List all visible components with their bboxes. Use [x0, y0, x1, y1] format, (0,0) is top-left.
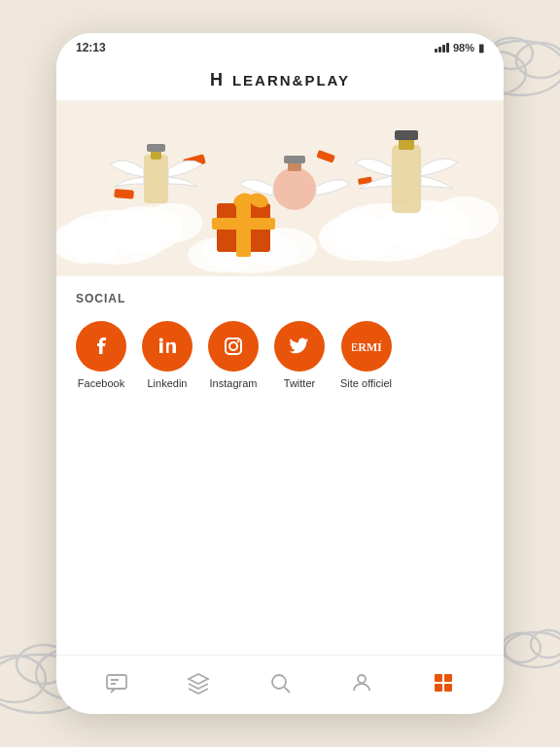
logo-text: LEARN&PLAY	[232, 72, 350, 89]
svg-point-2	[516, 43, 560, 78]
svg-rect-48	[107, 675, 126, 689]
svg-rect-54	[435, 674, 442, 682]
svg-point-36	[273, 167, 316, 210]
search-icon	[268, 671, 292, 694]
svg-rect-27	[114, 189, 134, 199]
svg-point-16	[144, 203, 202, 242]
svg-rect-39	[392, 145, 421, 213]
twitter-icon	[287, 334, 312, 359]
hero-area	[56, 101, 504, 276]
time-display: 12:13	[76, 41, 106, 54]
svg-text:HERMÈS: HERMÈS	[352, 340, 381, 354]
hero-illustration	[56, 101, 504, 276]
tablet-frame: 12:13 98% ▮ H LEARN&PLAY	[56, 33, 504, 714]
svg-rect-55	[444, 674, 452, 682]
social-item-facebook[interactable]: Facebook	[76, 321, 126, 389]
social-icons-row: Facebook Linkedin	[76, 321, 484, 389]
profile-icon	[350, 671, 373, 694]
svg-rect-42	[159, 342, 163, 353]
hermes-icon: HERMÈS	[352, 332, 381, 361]
linkedin-icon	[155, 334, 180, 359]
svg-point-43	[159, 338, 163, 342]
signal-bar-4	[446, 43, 449, 53]
svg-point-10	[502, 633, 541, 662]
svg-rect-30	[212, 218, 275, 230]
instagram-label: Instagram	[210, 377, 258, 389]
battery-icon: ▮	[478, 42, 484, 54]
instagram-icon	[221, 334, 246, 359]
battery-percent: 98%	[453, 42, 474, 53]
logo-h: H	[210, 70, 225, 90]
svg-rect-35	[147, 144, 165, 152]
linkedin-label: Linkedin	[148, 377, 188, 389]
social-label: SOCIAL	[76, 292, 484, 305]
svg-point-53	[358, 675, 366, 683]
status-bar: 12:13 98% ▮	[56, 33, 504, 58]
signal-bars	[435, 43, 449, 53]
signal-bar-2	[438, 47, 441, 53]
nav-courses[interactable]	[179, 665, 218, 700]
svg-point-9	[505, 632, 560, 667]
screen: H LEARN&PLAY	[56, 58, 504, 655]
hermes-circle: HERMÈS	[341, 321, 392, 372]
svg-point-51	[272, 675, 286, 689]
svg-point-45	[229, 342, 237, 350]
hermes-label: Site officiel	[340, 377, 392, 389]
bottom-nav	[56, 655, 504, 714]
signal-bar-1	[435, 49, 438, 53]
status-right: 98% ▮	[435, 42, 484, 54]
messages-icon	[105, 671, 128, 694]
nav-grid[interactable]	[424, 665, 463, 700]
svg-point-5	[0, 656, 46, 702]
courses-icon	[187, 671, 210, 694]
nav-profile[interactable]	[342, 665, 381, 700]
facebook-circle	[76, 321, 126, 372]
svg-point-11	[531, 630, 560, 658]
svg-rect-56	[435, 684, 442, 692]
signal-bar-3	[442, 45, 445, 53]
nav-messages[interactable]	[97, 665, 136, 700]
social-item-instagram[interactable]: Instagram	[208, 321, 259, 389]
social-item-linkedin[interactable]: Linkedin	[142, 321, 192, 389]
social-section: SOCIAL Facebook	[56, 276, 504, 655]
app-header: H LEARN&PLAY	[56, 58, 504, 101]
facebook-icon	[88, 334, 114, 359]
social-item-twitter[interactable]: Twitter	[274, 321, 325, 389]
svg-point-20	[431, 196, 499, 239]
twitter-circle	[274, 321, 325, 372]
svg-rect-41	[395, 130, 418, 140]
linkedin-circle	[142, 321, 192, 372]
nav-search[interactable]	[261, 665, 299, 700]
grid-icon	[432, 671, 455, 694]
twitter-label: Twitter	[284, 377, 315, 389]
svg-point-46	[237, 340, 239, 342]
social-item-hermes[interactable]: HERMÈS Site officiel	[340, 321, 392, 389]
svg-line-52	[285, 688, 291, 694]
instagram-circle	[208, 321, 259, 372]
app-logo: H LEARN&PLAY	[210, 70, 350, 90]
svg-rect-57	[444, 684, 452, 692]
facebook-label: Facebook	[78, 377, 124, 389]
svg-rect-38	[284, 156, 305, 163]
svg-rect-33	[144, 155, 168, 203]
